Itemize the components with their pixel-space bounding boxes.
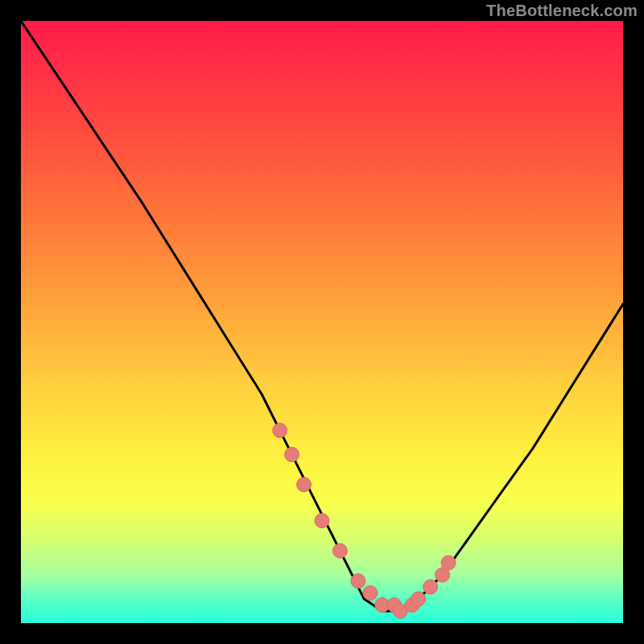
data-marker: [423, 580, 438, 594]
watermark-text: TheBottleneck.com: [486, 2, 638, 20]
data-marker: [332, 543, 347, 558]
data-marker: [273, 423, 287, 438]
data-marker: [285, 448, 299, 462]
chart-stage: TheBottleneck.com: [0, 0, 644, 644]
data-marker: [363, 586, 378, 601]
data-marker: [411, 592, 426, 606]
data-marker: [351, 574, 365, 588]
plot-svg: [21, 21, 623, 623]
data-marker: [297, 477, 312, 492]
plot-area: [21, 21, 623, 623]
data-marker: [441, 555, 456, 570]
data-marker: [315, 514, 329, 528]
